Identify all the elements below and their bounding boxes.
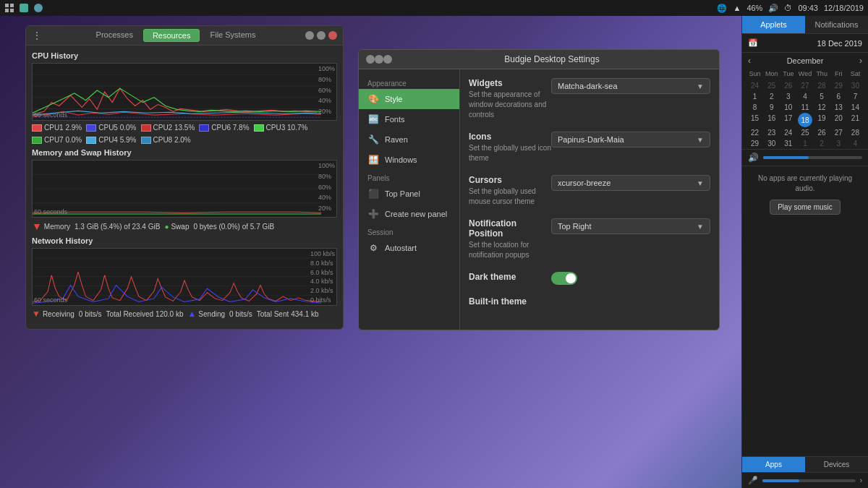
dark-theme-toggle[interactable] xyxy=(551,272,577,285)
cal-day-17[interactable]: 17 xyxy=(780,113,796,127)
cal-day-11[interactable]: 11 xyxy=(796,102,813,113)
legend-cpu3-color xyxy=(254,124,264,132)
tab-devices[interactable]: Devices xyxy=(805,457,868,472)
maximize-button[interactable]: □ xyxy=(317,31,326,40)
cal-day-28-nov[interactable]: 28 xyxy=(814,80,830,91)
cal-day-27-nov[interactable]: 27 xyxy=(796,80,813,91)
app-icon-2[interactable] xyxy=(33,3,43,13)
cal-day-15[interactable]: 15 xyxy=(746,113,763,127)
sidebar-item-fonts[interactable]: 🔤 Fonts xyxy=(359,109,459,129)
settings-minimize[interactable] xyxy=(366,55,375,64)
mic-slider[interactable] xyxy=(762,479,856,482)
sidebar-item-windows[interactable]: 🪟 Windows xyxy=(359,150,459,170)
cal-day-13[interactable]: 13 xyxy=(830,102,847,113)
cal-day-28[interactable]: 28 xyxy=(847,127,864,138)
cal-day-8[interactable]: 8 xyxy=(746,102,763,113)
legend-swap-value: 0 bytes (0.0%) of 5.7 GiB xyxy=(193,221,274,232)
sysmon-menu-btn[interactable]: ⋮ xyxy=(32,30,42,41)
icons-value: Papirus-Dark-Maia xyxy=(558,135,624,144)
cal-day-25[interactable]: 25 xyxy=(796,127,813,138)
sidebar-item-style[interactable]: 🎨 Style xyxy=(359,89,459,109)
cal-day-20[interactable]: 20 xyxy=(830,113,847,127)
cal-day-26-nov[interactable]: 26 xyxy=(780,80,796,91)
sidebar-item-autostart[interactable]: ⚙ Autostart xyxy=(359,238,459,258)
icons-chevron-icon: ▼ xyxy=(697,136,704,144)
play-music-button[interactable]: Play some music xyxy=(770,200,841,215)
chevron-down-icon: ▼ xyxy=(697,82,704,90)
cal-day-30[interactable]: 30 xyxy=(763,138,780,149)
cal-day-9[interactable]: 9 xyxy=(763,102,780,113)
cal-day-1-jan[interactable]: 1 xyxy=(796,138,813,149)
cal-day-30-nov[interactable]: 30 xyxy=(847,80,864,91)
close-button[interactable]: × xyxy=(328,31,337,40)
legend-cpu8-color xyxy=(141,137,151,144)
cal-day-7[interactable]: 7 xyxy=(847,91,864,102)
cal-day-24-nov[interactable]: 24 xyxy=(746,80,763,91)
cal-day-27[interactable]: 27 xyxy=(830,127,847,138)
notification-dropdown[interactable]: Top Right ▼ xyxy=(551,218,710,234)
dark-theme-control xyxy=(551,272,710,285)
tab-apps[interactable]: Apps xyxy=(742,457,805,472)
cal-day-18-today[interactable]: 18 xyxy=(798,113,812,127)
cal-day-26[interactable]: 26 xyxy=(814,127,830,138)
cal-day-2[interactable]: 2 xyxy=(763,91,780,102)
memory-icon: ▼ xyxy=(32,221,42,232)
cal-day-23[interactable]: 23 xyxy=(763,127,780,138)
cal-day-24[interactable]: 24 xyxy=(780,127,796,138)
windows-label: Windows xyxy=(385,155,417,164)
icons-dropdown[interactable]: Papirus-Dark-Maia ▼ xyxy=(551,132,710,147)
memory-legend: ▼ Memory 1.3 GiB (5.4%) of 23.4 GiB ● Sw… xyxy=(32,221,337,232)
cal-day-3[interactable]: 3 xyxy=(780,91,796,102)
settings-maximize[interactable] xyxy=(375,55,383,64)
sidebar-item-create-panel[interactable]: ➕ Create new panel xyxy=(359,204,459,224)
speaker-icon: 🔊 xyxy=(768,4,778,13)
cal-day-4-jan[interactable]: 4 xyxy=(847,138,864,149)
calendar-header: 📅 18 Dec 2019 xyxy=(742,34,868,53)
cal-day-21[interactable]: 21 xyxy=(847,113,864,127)
cal-row-5: 29 30 31 1 2 3 4 xyxy=(746,138,864,149)
cal-day-12[interactable]: 12 xyxy=(814,102,830,113)
tab-processes[interactable]: Processes xyxy=(88,29,142,42)
legend-cpu1: CPU1 2.9% xyxy=(32,124,82,132)
calendar-grid: Sun Mon Tue Wed Thu Fri Sat 24 25 26 27 … xyxy=(742,69,868,149)
volume-slider[interactable] xyxy=(763,156,862,159)
prev-month-button[interactable]: ‹ xyxy=(748,56,751,66)
cal-day-5[interactable]: 5 xyxy=(814,91,830,102)
cal-day-19[interactable]: 19 xyxy=(814,113,830,127)
tab-resources[interactable]: Resources xyxy=(143,29,200,42)
sidebar-item-top-panel[interactable]: ⬛ Top Panel xyxy=(359,184,459,204)
app-icon-1[interactable] xyxy=(19,3,29,13)
grid-icon[interactable] xyxy=(4,3,14,13)
cal-day-16[interactable]: 16 xyxy=(763,113,780,127)
sidebar-item-raven[interactable]: 🔧 Raven xyxy=(359,129,459,150)
cal-day-22[interactable]: 22 xyxy=(746,127,763,138)
cal-day-1[interactable]: 1 xyxy=(746,91,763,102)
sysmon-window: ⋮ Processes Resources File Systems – □ ×… xyxy=(25,25,344,330)
cal-day-2-jan[interactable]: 2 xyxy=(814,138,830,149)
music-section: No apps are currently playing audio. Pla… xyxy=(742,166,868,456)
next-month-button[interactable]: › xyxy=(859,56,862,66)
notification-control: Top Right ▼ xyxy=(551,218,710,234)
tab-filesystems[interactable]: File Systems xyxy=(201,29,264,42)
icons-setting: Icons Set the globally used icon theme P… xyxy=(469,132,710,163)
cursors-dropdown[interactable]: xcursor-breeze ▼ xyxy=(551,175,710,191)
cal-day-14[interactable]: 14 xyxy=(847,102,864,113)
cursors-setting: Cursors Set the globally used mouse curs… xyxy=(469,175,710,207)
cal-day-29-nov[interactable]: 29 xyxy=(830,80,847,91)
minimize-button[interactable]: – xyxy=(305,31,314,40)
tab-applets[interactable]: Applets xyxy=(742,16,805,33)
cal-day-4[interactable]: 4 xyxy=(796,91,813,102)
settings-close[interactable] xyxy=(383,55,392,64)
cal-day-31[interactable]: 31 xyxy=(780,138,796,149)
raven-icon: 🔧 xyxy=(367,134,379,145)
cal-day-29[interactable]: 29 xyxy=(746,138,763,149)
mic-settings-icon[interactable]: › xyxy=(860,476,862,484)
cal-day-25-nov[interactable]: 25 xyxy=(763,80,780,91)
cal-day-6[interactable]: 6 xyxy=(830,91,847,102)
cal-day-10[interactable]: 10 xyxy=(780,102,796,113)
memory-history-title: Memory and Swap History xyxy=(32,148,337,157)
tab-notifications[interactable]: Notifications xyxy=(805,16,868,33)
widgets-dropdown[interactable]: Matcha-dark-sea ▼ xyxy=(551,78,710,94)
cal-day-3-jan[interactable]: 3 xyxy=(830,138,847,149)
svg-rect-2 xyxy=(5,9,9,12)
